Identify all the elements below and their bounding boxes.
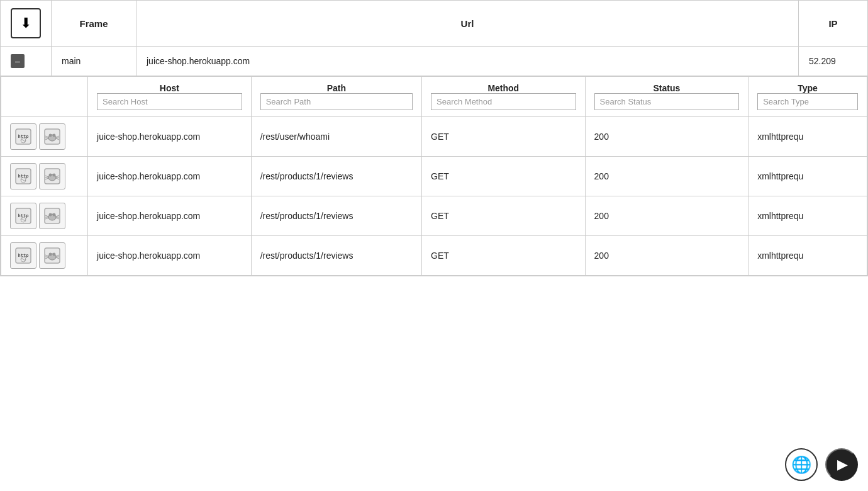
icon-pair: http	[10, 123, 79, 150]
frame-header: Frame	[52, 1, 136, 47]
row-type-cell: xmlhttprequ	[748, 157, 867, 196]
icon-pair: http	[10, 203, 79, 229]
ip-label: IP	[828, 18, 837, 29]
row-path-cell: /rest/products/1/reviews	[251, 196, 421, 236]
search-status-input[interactable]	[594, 93, 740, 110]
row-type-cell: xmlhttprequ	[748, 236, 867, 276]
host-col-label: Host	[97, 83, 242, 93]
row-method-cell: GET	[422, 157, 586, 196]
status-col-label: Status	[594, 83, 740, 93]
row-method-cell: GET	[422, 196, 586, 236]
http-icon: http	[10, 123, 36, 150]
download-icon: ⬇	[20, 15, 31, 31]
svg-text:http: http	[18, 134, 29, 139]
search-host-input[interactable]	[97, 93, 242, 110]
rat-icon	[39, 242, 65, 269]
svg-point-22	[50, 174, 50, 175]
http-icon: http	[10, 242, 36, 269]
bottom-icons-bar: 🌐 ▶	[785, 448, 858, 481]
row-status-cell: 200	[585, 196, 748, 236]
inner-col-method-header: Method	[422, 77, 586, 117]
sub-table-row: Host Path Method	[1, 76, 868, 276]
row-host-cell: juice-shop.herokuapp.com	[88, 236, 252, 276]
row-status-cell: 200	[585, 157, 748, 196]
frame-cell: main	[52, 47, 136, 76]
globe-button[interactable]: 🌐	[785, 448, 818, 481]
url-value: juice-shop.herokuapp.com	[147, 56, 250, 66]
row-icons-cell: http	[1, 157, 88, 196]
svg-point-7	[50, 135, 50, 135]
url-label: Url	[461, 18, 474, 29]
row-type-cell: xmlhttprequ	[748, 196, 867, 236]
svg-text:http: http	[18, 174, 29, 179]
row-status-cell: 200	[585, 117, 748, 157]
type-col-label: Type	[757, 83, 858, 93]
svg-point-38	[53, 214, 54, 215]
table-row: http	[1, 117, 867, 157]
frame-value: main	[62, 56, 81, 66]
table-row: http	[1, 157, 867, 196]
youtube-button[interactable]: ▶	[825, 448, 858, 481]
table-row: http	[1, 196, 867, 236]
row-method-cell: GET	[422, 236, 586, 276]
inner-col-type-header: Type	[748, 77, 867, 117]
row-path-cell: /rest/products/1/reviews	[251, 236, 421, 276]
search-method-input[interactable]	[431, 93, 576, 110]
svg-point-52	[50, 254, 50, 254]
svg-point-8	[53, 135, 54, 135]
outer-table: ⬇ Frame Url IP – main juice-shop.herokua…	[0, 0, 868, 276]
row-path-cell: /rest/user/whoami	[251, 117, 421, 157]
row-path-cell: /rest/products/1/reviews	[251, 157, 421, 196]
svg-text:http: http	[18, 253, 29, 258]
ip-cell: 52.209	[799, 47, 868, 76]
ip-header: IP	[799, 1, 868, 47]
svg-point-53	[53, 254, 54, 254]
url-cell: juice-shop.herokuapp.com	[136, 47, 799, 76]
inner-col-host-header: Host	[88, 77, 252, 117]
svg-point-37	[50, 214, 50, 215]
expand-cell: –	[1, 47, 52, 76]
download-header-cell: ⬇	[1, 1, 52, 47]
svg-point-23	[53, 174, 54, 175]
url-header: Url	[136, 1, 799, 47]
frame-label: Frame	[79, 18, 108, 29]
sub-table-cell: Host Path Method	[1, 76, 868, 276]
row-icons-cell: http	[1, 117, 88, 157]
inner-col-icons-header	[1, 77, 88, 117]
row-status-cell: 200	[585, 236, 748, 276]
search-type-input[interactable]	[757, 93, 858, 110]
ip-value: 52.209	[809, 56, 836, 66]
inner-col-path-header: Path	[251, 77, 421, 117]
inner-table: Host Path Method	[1, 76, 867, 276]
row-type-cell: xmlhttprequ	[748, 117, 867, 157]
icon-pair: http	[10, 163, 79, 189]
main-row: – main juice-shop.herokuapp.com 52.209	[1, 47, 868, 76]
row-icons-cell: http	[1, 236, 88, 276]
rat-icon	[39, 203, 65, 229]
youtube-icon: ▶	[837, 456, 848, 473]
row-method-cell: GET	[422, 117, 586, 157]
rat-icon	[39, 123, 65, 150]
globe-icon: 🌐	[791, 455, 811, 475]
table-row: http	[1, 236, 867, 276]
path-col-label: Path	[260, 83, 413, 93]
method-col-label: Method	[431, 83, 576, 93]
row-icons-cell: http	[1, 196, 88, 236]
icon-pair: http	[10, 242, 79, 269]
rat-icon	[39, 163, 65, 189]
http-icon: http	[10, 203, 36, 229]
inner-header-row: Host Path Method	[1, 77, 867, 117]
svg-text:http: http	[18, 213, 29, 218]
http-icon: http	[10, 163, 36, 189]
download-button[interactable]: ⬇	[11, 8, 41, 38]
row-host-cell: juice-shop.herokuapp.com	[88, 117, 252, 157]
search-path-input[interactable]	[260, 93, 413, 110]
inner-col-status-header: Status	[585, 77, 748, 117]
outer-header-row: ⬇ Frame Url IP	[1, 1, 868, 47]
row-host-cell: juice-shop.herokuapp.com	[88, 157, 252, 196]
expand-button[interactable]: –	[11, 54, 25, 68]
row-host-cell: juice-shop.herokuapp.com	[88, 196, 252, 236]
